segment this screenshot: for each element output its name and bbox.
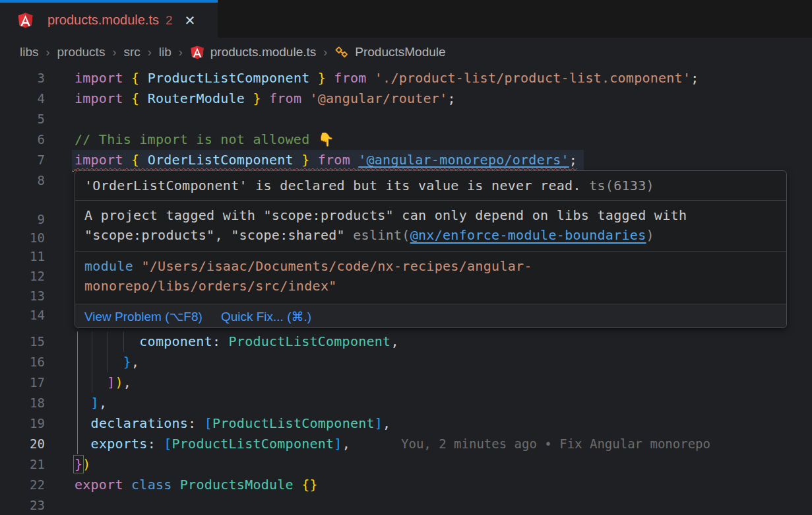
token: , — [131, 354, 139, 370]
token — [75, 333, 139, 349]
token: { — [131, 152, 139, 168]
token: ; — [447, 90, 455, 106]
view-problem-button[interactable]: View Problem (⌥F8) — [84, 309, 203, 324]
ts-error-code: ts(6133) — [589, 178, 654, 193]
token — [123, 90, 131, 106]
token: component — [139, 333, 212, 349]
code-line-21[interactable]: 21}) — [0, 454, 812, 475]
token — [301, 90, 309, 106]
token: RouterModule — [148, 90, 245, 106]
token: from — [318, 152, 350, 168]
token: from — [334, 70, 366, 86]
token: ] — [375, 415, 383, 431]
token — [294, 477, 301, 493]
token — [139, 90, 147, 106]
token: ) — [115, 374, 123, 390]
token: '@angular/router' — [310, 90, 448, 106]
code-line-7[interactable]: 7import { OrderListComponent } from '@an… — [0, 150, 812, 170]
token — [326, 70, 334, 86]
token: , — [342, 436, 350, 452]
token: declarations — [91, 415, 189, 431]
line-number-16[interactable]: 16 — [0, 352, 45, 372]
line-number-12[interactable]: 12 — [0, 266, 45, 287]
code-text: declarations: [ProductListComponent], — [75, 413, 390, 434]
token: [ — [204, 415, 212, 431]
token: { — [131, 70, 139, 86]
token: ; — [569, 152, 577, 168]
line-number-20[interactable]: 20 — [0, 434, 45, 454]
code-line-18[interactable]: 18 ], — [0, 393, 812, 413]
line-number-19[interactable]: 19 — [0, 413, 45, 434]
token — [139, 152, 147, 168]
token: import — [75, 152, 123, 168]
code-text: component: ProductListComponent, — [75, 331, 399, 352]
code-line-3[interactable]: 3import { ProductListComponent } from '.… — [0, 68, 812, 88]
token: from — [269, 90, 301, 106]
code-line-15[interactable]: 15 component: ProductListComponent, — [0, 331, 812, 352]
code-line-5[interactable]: 5 — [0, 109, 812, 129]
token — [123, 477, 131, 493]
token: ProductListComponent — [148, 70, 310, 86]
token: OrderListComponent — [148, 152, 294, 168]
line-number-4[interactable]: 4 — [0, 88, 45, 109]
line-number-3[interactable]: 3 — [0, 68, 45, 88]
line-number-18[interactable]: 18 — [0, 393, 45, 413]
code-line-4[interactable]: 4import { RouterModule } from '@angular/… — [0, 88, 812, 109]
token — [172, 477, 180, 493]
quick-fix-button[interactable]: Quick Fix... (⌘.) — [221, 309, 311, 324]
token: export — [75, 477, 123, 493]
token: ProductListComponent — [172, 436, 334, 452]
code-text: // This import is not allowed 👇 — [75, 129, 334, 150]
token — [123, 70, 131, 86]
token — [123, 152, 131, 168]
code-editor[interactable]: 3import { ProductListComponent } from '.… — [0, 67, 812, 515]
token: } — [253, 90, 261, 106]
token: import — [75, 70, 123, 86]
code-text: import { ProductListComponent } from './… — [75, 68, 699, 88]
token: , — [123, 374, 131, 390]
token — [350, 152, 358, 168]
code-line-17[interactable]: 17 ]), — [0, 372, 812, 393]
line-number-21[interactable]: 21 — [0, 454, 45, 475]
token: ProductListComponent — [229, 333, 391, 349]
code-text: ]), — [75, 372, 131, 393]
eslint-rule-link[interactable]: @nx/enforce-module-boundaries — [410, 227, 646, 243]
line-number-7[interactable]: 7 — [0, 150, 45, 170]
module-path-message: module "/Users/isaac/Documents/code/nx-r… — [75, 252, 786, 304]
token: class — [131, 477, 172, 493]
line-number-6[interactable]: 6 — [0, 129, 45, 150]
line-number-11[interactable]: 11 — [0, 246, 45, 267]
code-line-16[interactable]: 16 }, — [0, 352, 812, 372]
line-number-13[interactable]: 13 — [0, 286, 45, 306]
code-line-19[interactable]: 19 declarations: [ProductListComponent], — [0, 413, 812, 434]
token: ] — [107, 374, 115, 390]
line-number-15[interactable]: 15 — [0, 331, 45, 352]
line-number-10[interactable]: 10 — [0, 228, 45, 248]
module-specifier-link[interactable]: '@angular-monorepo/orders' — [358, 152, 569, 168]
line-number-8[interactable]: 8 — [0, 170, 45, 191]
line-number-23[interactable]: 23 — [0, 495, 45, 515]
token — [75, 415, 91, 431]
token — [245, 90, 253, 106]
token: { — [131, 90, 139, 106]
code-line-23[interactable]: 23 — [0, 495, 812, 515]
hover-actions: View Problem (⌥F8) Quick Fix... (⌘.) — [75, 304, 786, 328]
token: } — [75, 456, 82, 472]
code-line-20[interactable]: 20 exports: [ProductListComponent],You, … — [0, 434, 812, 454]
code-line-22[interactable]: 22export class ProductsModule {} — [0, 475, 812, 495]
token — [261, 90, 269, 106]
code-line-6[interactable]: 6// This import is not allowed 👇 — [0, 129, 812, 150]
hover-problem-popup: 'OrderListComponent' is declared but its… — [75, 170, 787, 328]
line-number-17[interactable]: 17 — [0, 372, 45, 393]
token — [139, 70, 147, 86]
line-number-9[interactable]: 9 — [0, 209, 45, 230]
token — [294, 152, 301, 168]
token — [75, 374, 107, 390]
token: ; — [691, 70, 699, 86]
token: } — [318, 70, 326, 86]
line-number-14[interactable]: 14 — [0, 305, 45, 326]
token — [367, 70, 375, 86]
code-text: }) — [75, 454, 91, 475]
line-number-22[interactable]: 22 — [0, 475, 45, 495]
line-number-5[interactable]: 5 — [0, 109, 45, 129]
